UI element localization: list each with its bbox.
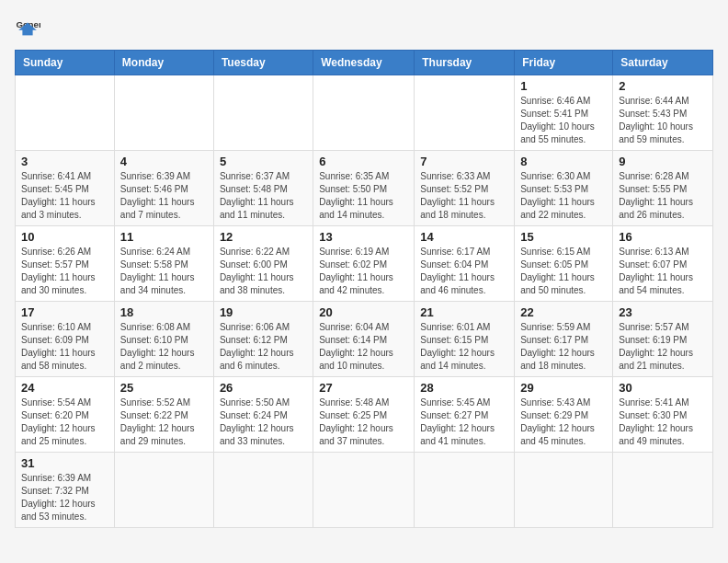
weekday-header-sunday: Sunday [16,51,115,75]
day-cell: 14Sunrise: 6:17 AM Sunset: 6:04 PM Dayli… [415,226,515,302]
day-info: Sunrise: 5:43 AM Sunset: 6:29 PM Dayligh… [520,396,607,448]
day-info: Sunrise: 6:13 AM Sunset: 6:07 PM Dayligh… [619,246,707,297]
day-number: 12 [220,230,307,244]
day-info: Sunrise: 5:57 AM Sunset: 6:19 PM Dayligh… [619,321,707,373]
logo-icon: General [15,15,40,40]
week-row-5: 24Sunrise: 5:54 AM Sunset: 6:20 PM Dayli… [16,377,713,453]
logo: General [15,15,44,40]
weekday-header-friday: Friday [515,51,613,75]
day-number: 16 [619,230,707,244]
calendar: SundayMondayTuesdayWednesdayThursdayFrid… [15,50,713,528]
weekday-header-saturday: Saturday [613,51,713,75]
day-number: 23 [619,305,707,319]
day-cell: 7Sunrise: 6:33 AM Sunset: 5:52 PM Daylig… [415,151,515,226]
day-info: Sunrise: 6:41 AM Sunset: 5:45 PM Dayligh… [21,170,108,222]
weekday-header-row: SundayMondayTuesdayWednesdayThursdayFrid… [16,51,713,75]
day-number: 7 [420,155,508,168]
day-number: 29 [520,381,607,395]
day-number: 11 [120,230,208,244]
day-number: 2 [619,79,707,93]
day-info: Sunrise: 5:54 AM Sunset: 6:20 PM Dayligh… [21,396,108,448]
week-row-3: 10Sunrise: 6:26 AM Sunset: 5:57 PM Dayli… [16,226,713,302]
day-cell: 29Sunrise: 5:43 AM Sunset: 6:29 PM Dayli… [515,377,613,453]
weekday-header-tuesday: Tuesday [213,51,313,75]
day-cell: 21Sunrise: 6:01 AM Sunset: 6:15 PM Dayli… [415,302,515,377]
day-cell: 22Sunrise: 5:59 AM Sunset: 6:17 PM Dayli… [515,302,613,377]
day-cell: 27Sunrise: 5:48 AM Sunset: 6:25 PM Dayli… [313,377,415,453]
day-number: 27 [319,381,408,395]
day-cell: 9Sunrise: 6:28 AM Sunset: 5:55 PM Daylig… [613,151,713,226]
day-cell: 18Sunrise: 6:08 AM Sunset: 6:10 PM Dayli… [114,302,213,377]
day-info: Sunrise: 6:37 AM Sunset: 5:48 PM Dayligh… [220,170,307,222]
day-info: Sunrise: 6:01 AM Sunset: 6:15 PM Dayligh… [420,321,508,373]
day-cell: 6Sunrise: 6:35 AM Sunset: 5:50 PM Daylig… [313,151,415,226]
day-cell [415,75,515,151]
day-cell: 1Sunrise: 6:46 AM Sunset: 5:41 PM Daylig… [515,75,613,151]
day-info: Sunrise: 5:59 AM Sunset: 6:17 PM Dayligh… [520,321,607,373]
day-info: Sunrise: 6:06 AM Sunset: 6:12 PM Dayligh… [220,321,307,373]
day-number: 17 [21,305,108,319]
day-number: 9 [619,155,707,168]
day-info: Sunrise: 6:44 AM Sunset: 5:43 PM Dayligh… [619,95,707,146]
day-cell: 19Sunrise: 6:06 AM Sunset: 6:12 PM Dayli… [213,302,313,377]
day-cell: 2Sunrise: 6:44 AM Sunset: 5:43 PM Daylig… [613,75,713,151]
weekday-header-monday: Monday [114,51,213,75]
day-number: 26 [220,381,307,395]
day-info: Sunrise: 6:08 AM Sunset: 6:10 PM Dayligh… [120,321,208,373]
day-number: 14 [420,230,508,244]
day-info: Sunrise: 6:39 AM Sunset: 5:46 PM Dayligh… [120,170,208,222]
day-info: Sunrise: 5:50 AM Sunset: 6:24 PM Dayligh… [220,396,307,448]
day-info: Sunrise: 6:30 AM Sunset: 5:53 PM Dayligh… [520,170,607,222]
weekday-header-thursday: Thursday [415,51,515,75]
day-number: 31 [21,456,108,470]
day-number: 8 [520,155,607,168]
day-cell: 26Sunrise: 5:50 AM Sunset: 6:24 PM Dayli… [213,377,313,453]
day-number: 10 [21,230,108,244]
day-number: 25 [120,381,208,395]
header: General [15,15,713,40]
day-cell [213,453,313,528]
day-cell: 16Sunrise: 6:13 AM Sunset: 6:07 PM Dayli… [613,226,713,302]
day-number: 3 [21,155,108,168]
day-cell: 28Sunrise: 5:45 AM Sunset: 6:27 PM Dayli… [415,377,515,453]
day-cell: 24Sunrise: 5:54 AM Sunset: 6:20 PM Dayli… [16,377,115,453]
day-cell [213,75,313,151]
day-cell: 13Sunrise: 6:19 AM Sunset: 6:02 PM Dayli… [313,226,415,302]
day-number: 30 [619,381,707,395]
day-number: 13 [319,230,408,244]
day-number: 24 [21,381,108,395]
day-cell: 23Sunrise: 5:57 AM Sunset: 6:19 PM Dayli… [613,302,713,377]
day-info: Sunrise: 6:19 AM Sunset: 6:02 PM Dayligh… [319,246,408,297]
day-cell [16,75,115,151]
day-number: 28 [420,381,508,395]
day-info: Sunrise: 6:24 AM Sunset: 5:58 PM Dayligh… [120,246,208,297]
day-info: Sunrise: 5:45 AM Sunset: 6:27 PM Dayligh… [420,396,508,448]
day-info: Sunrise: 6:35 AM Sunset: 5:50 PM Dayligh… [319,170,408,222]
day-cell [515,453,613,528]
day-info: Sunrise: 5:52 AM Sunset: 6:22 PM Dayligh… [120,396,208,448]
day-info: Sunrise: 6:33 AM Sunset: 5:52 PM Dayligh… [420,170,508,222]
day-number: 4 [120,155,208,168]
day-cell [415,453,515,528]
day-info: Sunrise: 6:26 AM Sunset: 5:57 PM Dayligh… [21,246,108,297]
day-cell: 8Sunrise: 6:30 AM Sunset: 5:53 PM Daylig… [515,151,613,226]
day-number: 19 [220,305,307,319]
day-cell: 15Sunrise: 6:15 AM Sunset: 6:05 PM Dayli… [515,226,613,302]
day-number: 6 [319,155,408,168]
day-cell: 25Sunrise: 5:52 AM Sunset: 6:22 PM Dayli… [114,377,213,453]
day-cell: 11Sunrise: 6:24 AM Sunset: 5:58 PM Dayli… [114,226,213,302]
day-info: Sunrise: 5:41 AM Sunset: 6:30 PM Dayligh… [619,396,707,448]
day-cell: 12Sunrise: 6:22 AM Sunset: 6:00 PM Dayli… [213,226,313,302]
day-info: Sunrise: 6:39 AM Sunset: 7:32 PM Dayligh… [21,472,108,523]
day-cell: 5Sunrise: 6:37 AM Sunset: 5:48 PM Daylig… [213,151,313,226]
day-number: 22 [520,305,607,319]
day-cell [313,75,415,151]
day-cell: 20Sunrise: 6:04 AM Sunset: 6:14 PM Dayli… [313,302,415,377]
week-row-2: 3Sunrise: 6:41 AM Sunset: 5:45 PM Daylig… [16,151,713,226]
day-info: Sunrise: 5:48 AM Sunset: 6:25 PM Dayligh… [319,396,408,448]
day-number: 20 [319,305,408,319]
day-cell: 3Sunrise: 6:41 AM Sunset: 5:45 PM Daylig… [16,151,115,226]
day-cell [313,453,415,528]
day-cell: 10Sunrise: 6:26 AM Sunset: 5:57 PM Dayli… [16,226,115,302]
week-row-4: 17Sunrise: 6:10 AM Sunset: 6:09 PM Dayli… [16,302,713,377]
